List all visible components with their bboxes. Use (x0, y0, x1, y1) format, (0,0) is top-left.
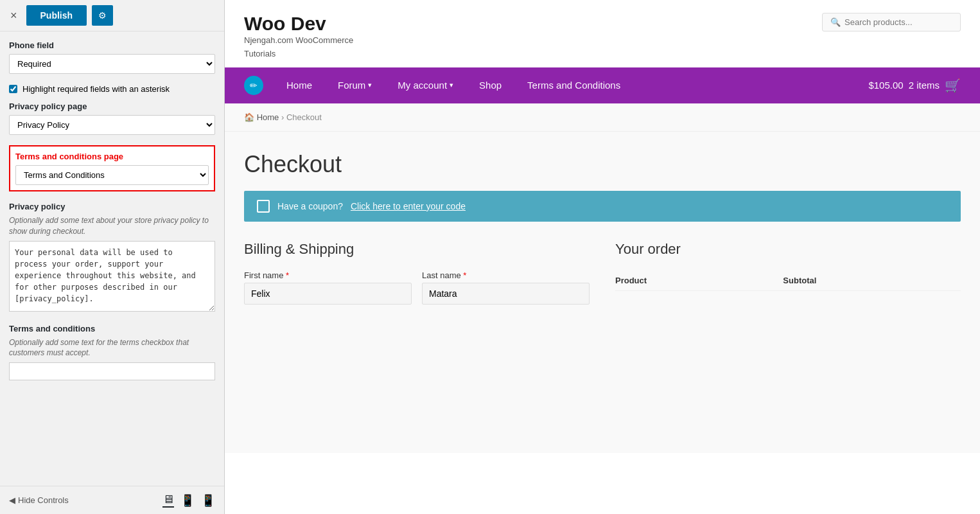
billing-title: Billing & Shipping (244, 241, 590, 258)
nav-bar: ✏ Home Forum ▾ My account ▾ Shop Terms a… (225, 67, 980, 103)
first-name-required: * (286, 270, 289, 280)
terms-conditions-hint: Optionally add some text for the terms c… (9, 337, 215, 359)
search-icon: 🔍 (830, 17, 841, 27)
forum-chevron-icon: ▾ (368, 81, 372, 89)
coupon-link[interactable]: Click here to enter your code (351, 201, 466, 211)
site-header: Woo Dev Njengah.com WooCommerce Tutorial… (225, 0, 980, 67)
terms-conditions-label: Terms and conditions (9, 324, 215, 333)
gear-button[interactable]: ⚙ (92, 5, 113, 26)
first-name-input[interactable] (244, 283, 412, 305)
breadcrumb: 🏠 Home › Checkout (225, 103, 980, 132)
left-panel: × Publish ⚙ Phone field Required Optiona… (0, 0, 225, 514)
checkout-title: Checkout (244, 151, 961, 178)
search-box[interactable]: 🔍 (822, 13, 961, 31)
first-name-group: First name * (244, 270, 412, 305)
device-buttons: 🖥 📱 📱 (162, 493, 215, 508)
cart-icon: 🛒 (945, 78, 961, 93)
privacy-page-select[interactable]: Privacy Policy Terms and Conditions None (9, 115, 215, 135)
cart-price: $105.00 (868, 80, 903, 91)
nav-item-terms[interactable]: Terms and Conditions (514, 68, 633, 102)
order-title: Your order (615, 241, 961, 258)
desktop-device-button[interactable]: 🖥 (162, 493, 174, 508)
nav-items: Home Forum ▾ My account ▾ Shop Terms and… (274, 68, 868, 102)
mobile-device-button[interactable]: 📱 (201, 493, 215, 508)
nav-edit-icon: ✏ (244, 76, 263, 95)
panel-toolbar: × Publish ⚙ (0, 0, 224, 31)
cart-items: 2 items (909, 80, 940, 91)
last-name-required: * (463, 270, 466, 280)
main-content: Checkout Have a coupon? Click here to en… (225, 132, 980, 453)
site-preview: Woo Dev Njengah.com WooCommerce Tutorial… (225, 0, 980, 514)
coupon-text: Have a coupon? (277, 201, 343, 211)
nav-item-forum[interactable]: Forum ▾ (325, 68, 385, 102)
nav-item-shop[interactable]: Shop (466, 68, 514, 102)
panel-footer: ◀ Hide Controls 🖥 📱 📱 (0, 486, 224, 514)
myaccount-chevron-icon: ▾ (450, 81, 453, 89)
billing-column: Billing & Shipping First name * Last nam… (244, 241, 590, 315)
terms-page-label: Terms and conditions page (15, 152, 209, 161)
breadcrumb-current: Checkout (286, 112, 322, 122)
site-subtitle-line2: Tutorials (244, 48, 353, 61)
highlight-label: Highlight required fields with an asteri… (22, 84, 170, 94)
terms-conditions-section: Terms and conditions Optionally add some… (9, 324, 215, 381)
highlight-checkbox[interactable] (9, 85, 17, 93)
last-name-group: Last name * (422, 270, 590, 305)
phone-field-label: Phone field (9, 40, 215, 50)
privacy-policy-label: Privacy policy (9, 202, 215, 211)
privacy-policy-textarea[interactable]: Your personal data will be used to proce… (9, 241, 215, 312)
last-name-label: Last name * (422, 270, 590, 280)
search-input[interactable] (844, 17, 952, 27)
checkout-columns: Billing & Shipping First name * Last nam… (244, 241, 961, 315)
nav-item-home[interactable]: Home (274, 68, 325, 102)
nav-cart[interactable]: $105.00 2 items 🛒 (868, 78, 961, 93)
subtotal-col-header: Subtotal (783, 270, 961, 291)
site-subtitle-line1: Njengah.com WooCommerce (244, 34, 353, 48)
product-col-header: Product (615, 270, 783, 291)
first-name-label: First name * (244, 270, 412, 280)
name-row: First name * Last name * (244, 270, 590, 315)
order-column: Your order Product Subtotal (615, 241, 961, 315)
privacy-page-label: Privacy policy page (9, 102, 215, 111)
privacy-policy-section: Privacy policy Optionally add some text … (9, 202, 215, 314)
site-title: Woo Dev (244, 13, 353, 34)
terms-page-select[interactable]: Terms and Conditions Privacy Policy None (15, 165, 209, 185)
hide-controls-icon: ◀ (9, 495, 15, 505)
publish-button[interactable]: Publish (26, 5, 87, 26)
terms-page-section: Terms and conditions page Terms and Cond… (9, 145, 215, 191)
phone-field-section: Phone field Required Optional Hidden (9, 40, 215, 74)
order-table: Product Subtotal (615, 270, 961, 291)
highlight-section: Highlight required fields with an asteri… (9, 84, 215, 94)
last-name-input[interactable] (422, 283, 590, 305)
breadcrumb-home-link[interactable]: Home (257, 112, 279, 122)
panel-content: Phone field Required Optional Hidden Hig… (0, 31, 224, 486)
tablet-device-button[interactable]: 📱 (180, 493, 195, 508)
hide-controls-button[interactable]: ◀ Hide Controls (9, 495, 69, 505)
terms-conditions-input[interactable]: I have read and agree to the website [t (9, 362, 215, 380)
coupon-icon (257, 200, 270, 213)
hide-controls-label: Hide Controls (18, 495, 69, 505)
site-branding: Woo Dev Njengah.com WooCommerce Tutorial… (244, 13, 353, 61)
privacy-page-section: Privacy policy page Privacy Policy Terms… (9, 102, 215, 135)
coupon-bar: Have a coupon? Click here to enter your … (244, 191, 961, 222)
privacy-policy-hint: Optionally add some text about your stor… (9, 215, 215, 237)
phone-field-select[interactable]: Required Optional Hidden (9, 54, 215, 74)
nav-item-my-account[interactable]: My account ▾ (385, 68, 466, 102)
close-button[interactable]: × (6, 8, 21, 24)
breadcrumb-home-icon: 🏠 (244, 112, 254, 122)
breadcrumb-separator: › (281, 112, 286, 122)
